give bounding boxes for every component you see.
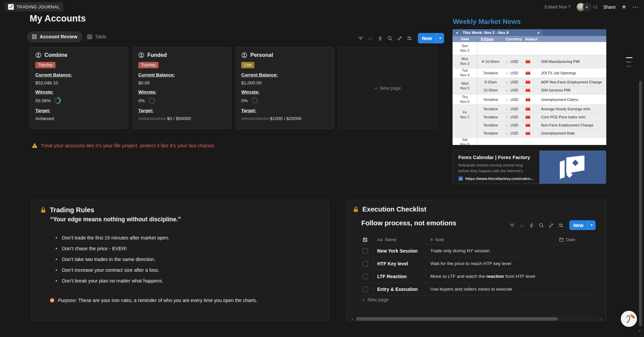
col-time[interactable]: 9:01am [475, 36, 499, 42]
sort-icon[interactable]: ↓↑ [518, 222, 525, 229]
scroll-down-icon[interactable]: ▾ [639, 329, 641, 333]
more-options-icon[interactable]: ⋯ [632, 4, 639, 10]
section-title: Trading Rules [50, 206, 94, 214]
new-button[interactable]: New ▾ [569, 220, 596, 230]
view-settings-icon[interactable] [406, 35, 413, 42]
day-name: Tue [462, 68, 468, 73]
row-checkbox[interactable] [363, 248, 368, 254]
checklist-db-title: Follow process, not emotions [361, 219, 456, 227]
new-button[interactable]: New ▾ [418, 33, 444, 43]
tab-account-review[interactable]: Account Review [27, 31, 82, 42]
calendar-day-row: TueNov 4 Tentative )) USD JOLTS Job Open… [453, 68, 606, 78]
day-date: Nov 7 [460, 115, 469, 120]
high-impact-icon [526, 71, 530, 75]
day-date: Nov 5 [460, 86, 469, 91]
horizontal-scrollbar: ‹ › [350, 317, 604, 321]
event-currency: USD [510, 88, 526, 92]
account-card-personal[interactable]: Personal Live Current Balance: $1,000.00… [236, 47, 334, 129]
tab-label: Account Review [40, 34, 77, 39]
account-card-funded[interactable]: Funded Topstep Current Balance: $0.00 Wi… [133, 47, 231, 129]
target-label: Target: [35, 108, 122, 113]
new-page-label: New page [367, 297, 389, 302]
lock-icon [40, 207, 46, 213]
collaborator-cursor-badge[interactable] [621, 311, 637, 327]
row-date[interactable] [555, 245, 596, 257]
filter-icon[interactable] [357, 35, 364, 42]
row-checkbox[interactable] [363, 261, 368, 266]
day-name: Thu [462, 95, 468, 100]
filter-icon[interactable] [509, 222, 515, 229]
calendar-event: 10:00am )) USD ISM Manufacturing PMI [477, 55, 606, 68]
checked-checkbox-icon[interactable] [363, 237, 367, 242]
search-icon[interactable] [387, 35, 393, 42]
target-label: Target: [138, 108, 225, 113]
column-name-label[interactable]: Name [385, 237, 397, 242]
chevron-down-icon[interactable]: ▾ [436, 33, 444, 43]
breadcrumb-workspace[interactable]: TRADING JOURNAL [5, 2, 63, 11]
speaker-icon: )) [504, 72, 510, 75]
automation-bolt-icon[interactable] [377, 35, 384, 42]
event-currency: USD [510, 60, 526, 64]
event-time: Tentative [483, 98, 498, 102]
day-date: Nov 4 [460, 73, 469, 78]
row-name[interactable]: Entry & Execution [373, 283, 426, 295]
favorite-star-icon[interactable]: ★ [621, 4, 627, 10]
column-note-label[interactable]: Note [435, 237, 444, 242]
accounts-gallery: Combine Topstep Current Balance: $53,048… [30, 47, 437, 129]
bullet-icon: • [56, 267, 57, 273]
vertical-scrollbar-thumb[interactable] [639, 81, 642, 326]
row-note: Use buyers and sellers zones to execute [426, 283, 555, 295]
weekly-market-news-title[interactable]: Weekly Market News [453, 17, 521, 26]
high-impact-icon [526, 107, 530, 111]
event-name: ADP Non-Farm Employment Change [539, 80, 606, 84]
search-icon[interactable] [538, 222, 545, 229]
event-time: Tentative [483, 107, 498, 111]
bullet-icon: • [56, 234, 57, 241]
row-name[interactable]: LTF Reaction [373, 270, 426, 283]
calendar-event: Tentative )) USD Unemployment Claims [477, 95, 606, 105]
share-button[interactable]: Share [603, 4, 615, 10]
account-card-combine[interactable]: Combine Topstep Current Balance: $53,048… [30, 47, 128, 129]
account-name: Personal [250, 52, 273, 58]
scroll-left-icon[interactable]: ‹ [350, 316, 355, 321]
row-date[interactable] [555, 257, 596, 270]
column-date-label[interactable]: Date [566, 237, 575, 242]
avatar-stack[interactable]: A +1 [576, 3, 598, 11]
scrollbar-thumb[interactable] [356, 317, 558, 321]
person-icon [35, 52, 41, 58]
scroll-right-icon[interactable]: › [599, 316, 604, 321]
winrate-value: 0% [138, 98, 145, 103]
purpose-label: Purpose: [58, 298, 77, 303]
day-name: Mon [461, 57, 468, 62]
row-name[interactable]: HTF Key level [373, 257, 426, 270]
chevron-down-icon[interactable]: ▾ [588, 220, 596, 230]
rule-text: Don’t take two trades in the same direct… [62, 256, 155, 263]
rule-text: Don’t increase your contract size after … [62, 267, 159, 273]
row-name[interactable]: New York Session [373, 245, 426, 257]
scrollbar-track[interactable] [355, 317, 598, 321]
gallery-new-page-card[interactable]: + New page [338, 47, 437, 129]
automation-bolt-icon[interactable] [528, 222, 535, 229]
text-property-icon: Aa [377, 237, 383, 242]
forex-factory-link-card[interactable]: Forex Calendar | Forex Factory Anticipat… [453, 150, 606, 184]
outline-line [626, 62, 631, 63]
outline-indicator[interactable] [626, 57, 634, 67]
rule-item: •Don’t trade the first 15 minutes after … [56, 234, 321, 241]
checklist-table: AaName ≡Note Date New York Session Trade… [358, 235, 596, 296]
expand-icon[interactable] [548, 222, 554, 229]
next-week-icon[interactable]: ▶ [535, 29, 542, 36]
row-date[interactable] [555, 270, 596, 283]
checklist-toolbar: ↓↑ New ▾ [509, 220, 596, 230]
high-impact-icon [526, 80, 530, 84]
row-checkbox[interactable] [363, 274, 368, 279]
sort-icon[interactable]: ↓↑ [367, 35, 374, 42]
view-settings-icon[interactable] [558, 222, 564, 229]
tab-table[interactable]: Table [87, 34, 107, 39]
row-date[interactable] [555, 283, 596, 295]
expand-icon[interactable] [396, 35, 403, 42]
row-checkbox[interactable] [363, 287, 368, 292]
rule-text: Don’t chase the price - EVER! [62, 245, 127, 252]
speaker-icon: )) [504, 80, 510, 83]
prev-week-icon[interactable]: ◀ [453, 29, 460, 36]
checklist-new-page[interactable]: + New page [362, 297, 389, 302]
